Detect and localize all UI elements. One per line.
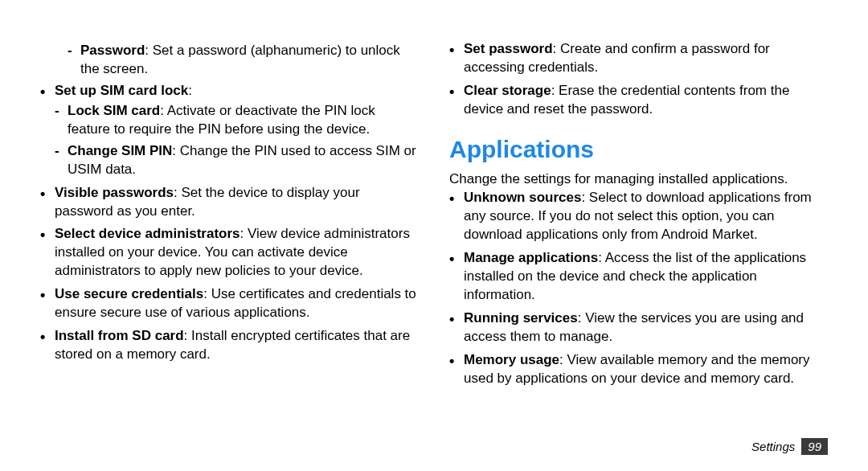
item-lead: Memory usage — [464, 352, 559, 367]
item-lead: Set password — [464, 41, 553, 56]
footer-section-label: Settings — [751, 440, 795, 453]
list-item: Manage applications: Access the list of … — [449, 249, 828, 305]
right-column: Set password: Create and confirm a passw… — [449, 40, 828, 439]
item-lead: Running services — [464, 310, 578, 326]
list-item: Clear storage: Erase the credential cont… — [449, 82, 828, 119]
list-item: Running services: View the services you … — [449, 309, 828, 346]
list-item: Lock SIM card: Activate or deactivate th… — [55, 102, 419, 139]
list-item: Visible passwords: Set the device to dis… — [40, 184, 419, 221]
section-intro: Change the settings for managing install… — [449, 170, 828, 189]
item-lead: Set up SIM card lock — [55, 83, 188, 98]
item-lead: Visible passwords — [55, 185, 174, 200]
item-lead: Password — [80, 43, 145, 58]
item-rest: : — [188, 83, 192, 98]
item-lead: Lock SIM card — [68, 103, 160, 118]
left-column: Password: Set a password (alphanumeric) … — [40, 40, 419, 439]
list-item: Use secure credentials: Use certificates… — [40, 285, 419, 322]
section-title-applications: Applications — [449, 133, 828, 166]
item-lead: Use secure credentials — [55, 286, 203, 301]
footer-page-number: 99 — [801, 438, 828, 455]
list-item: Change SIM PIN: Change the PIN used to a… — [55, 142, 419, 179]
list-item: Install from SD card: Install encrypted … — [40, 327, 419, 364]
list-item: Password: Set a password (alphanumeric) … — [68, 42, 419, 79]
item-lead: Select device administrators — [55, 226, 240, 241]
page-footer: Settings 99 — [751, 438, 828, 455]
list-item: Select device administrators: View devic… — [40, 225, 419, 281]
item-lead: Manage applications — [464, 250, 598, 265]
list-item: Set up SIM card lock: Lock SIM card: Act… — [40, 82, 419, 179]
item-lead: Install from SD card — [55, 328, 184, 343]
item-lead: Clear storage — [464, 83, 551, 98]
item-lead: Unknown sources — [464, 190, 581, 205]
list-item: Unknown sources: Select to download appl… — [449, 189, 828, 244]
manual-page: Password: Set a password (alphanumeric) … — [40, 40, 828, 439]
list-item: Memory usage: View available memory and … — [449, 351, 828, 388]
item-lead: Change SIM PIN — [68, 143, 172, 158]
list-item: Set password: Create and confirm a passw… — [449, 40, 828, 77]
